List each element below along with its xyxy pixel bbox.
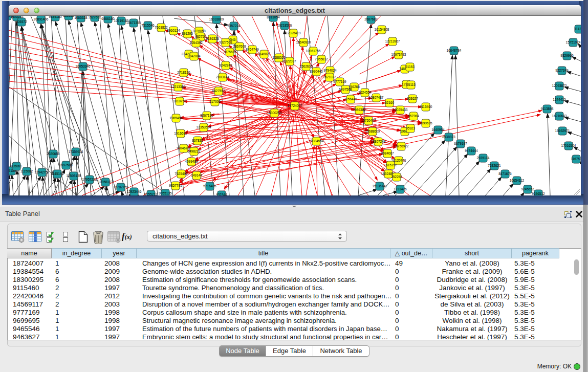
svg-text:6466160: 6466160 (101, 17, 115, 20)
svg-text:1615152: 1615152 (384, 163, 397, 167)
svg-text:1640954: 1640954 (431, 128, 445, 132)
svg-text:953627: 953627 (407, 97, 418, 100)
svg-text:1010755: 1010755 (173, 99, 186, 103)
svg-text:2156446: 2156446 (344, 97, 357, 101)
svg-text:8267130: 8267130 (200, 114, 213, 117)
svg-text:3997586: 3997586 (59, 163, 73, 167)
svg-text:17016504: 17016504 (561, 144, 576, 147)
svg-text:2867608: 2867608 (233, 45, 246, 48)
svg-text:8454749: 8454749 (246, 48, 259, 51)
svg-text:18807249: 18807249 (371, 140, 386, 143)
svg-text:1065328: 1065328 (74, 16, 88, 19)
svg-text:8427552: 8427552 (212, 89, 225, 93)
svg-text:9055135: 9055135 (159, 191, 172, 195)
svg-text:5716485: 5716485 (203, 184, 216, 188)
svg-text:9334160: 9334160 (49, 16, 62, 18)
svg-text:10958107: 10958107 (98, 180, 113, 184)
svg-text:9155212: 9155212 (144, 192, 158, 195)
svg-text:15640910: 15640910 (296, 40, 311, 44)
svg-text:17359924: 17359924 (69, 150, 83, 154)
svg-text:9146821: 9146821 (257, 52, 271, 56)
svg-text:8322037: 8322037 (283, 59, 296, 63)
svg-text:10025433: 10025433 (393, 108, 408, 112)
svg-text:8186328: 8186328 (206, 37, 219, 40)
svg-text:7986382: 7986382 (353, 108, 366, 112)
svg-text:12942757: 12942757 (35, 170, 50, 174)
svg-text:9113898: 9113898 (541, 107, 554, 111)
svg-text:10688609: 10688609 (365, 129, 380, 133)
svg-text:2242004: 2242004 (187, 54, 201, 58)
svg-text:935061: 935061 (11, 164, 22, 168)
svg-text:3624554: 3624554 (358, 91, 372, 94)
svg-text:12325419: 12325419 (286, 31, 301, 35)
svg-text:9474444: 9474444 (465, 149, 478, 152)
svg-text:12505135: 12505135 (67, 174, 81, 178)
svg-text:9115460: 9115460 (420, 105, 432, 108)
svg-text:8471676: 8471676 (498, 172, 512, 176)
svg-text:8990443: 8990443 (310, 70, 323, 73)
svg-text:15751074: 15751074 (566, 40, 581, 44)
svg-text:932344: 932344 (216, 193, 227, 195)
svg-text:10654112: 10654112 (510, 179, 525, 182)
svg-text:2718126: 2718126 (177, 71, 190, 74)
svg-text:252254: 252254 (391, 175, 402, 179)
svg-text:1115682: 1115682 (20, 169, 33, 173)
svg-text:16648784: 16648784 (447, 49, 462, 52)
svg-text:8813054: 8813054 (267, 16, 280, 19)
svg-text:9227349: 9227349 (555, 69, 569, 72)
svg-text:2687682: 2687682 (364, 17, 378, 21)
svg-text:7625402: 7625402 (175, 172, 188, 176)
svg-text:12093872: 12093872 (552, 84, 567, 87)
svg-text:6497568: 6497568 (339, 87, 352, 91)
svg-text:957964: 957964 (408, 114, 419, 118)
svg-text:2803144: 2803144 (216, 75, 229, 79)
svg-text:18724007: 18724007 (288, 104, 302, 107)
svg-text:1562615: 1562615 (299, 64, 313, 68)
svg-text:867835: 867835 (192, 139, 203, 142)
svg-text:10756922: 10756922 (394, 144, 409, 148)
svg-text:3226058: 3226058 (192, 29, 206, 33)
svg-text:95923: 95923 (406, 126, 415, 130)
svg-text:17957223: 17957223 (82, 178, 97, 181)
svg-text:9084067: 9084067 (381, 151, 394, 155)
svg-text:7515546: 7515546 (141, 24, 155, 27)
svg-text:1145194: 1145194 (51, 172, 64, 176)
svg-text:2935114: 2935114 (477, 156, 490, 160)
svg-text:116753: 116753 (571, 157, 581, 161)
svg-text:149144: 149144 (191, 173, 202, 177)
svg-text:7357224: 7357224 (227, 24, 241, 28)
svg-text:7632621: 7632621 (488, 164, 501, 167)
svg-text:2020655: 2020655 (47, 152, 60, 156)
svg-text:12213967: 12213967 (385, 39, 400, 43)
svg-text:405572: 405572 (16, 20, 27, 24)
svg-text:10973493: 10973493 (391, 53, 406, 56)
svg-text:1621072: 1621072 (323, 75, 336, 79)
svg-text:12213369: 12213369 (171, 85, 186, 89)
svg-text:16210643: 16210643 (552, 114, 567, 118)
svg-text:9329966: 9329966 (560, 54, 574, 57)
svg-text:18300295: 18300295 (267, 111, 282, 115)
svg-text:1965494: 1965494 (169, 116, 183, 120)
svg-text:4099489: 4099489 (185, 160, 198, 163)
svg-text:3498222: 3498222 (187, 149, 201, 153)
svg-text:8938923: 8938923 (442, 135, 455, 139)
svg-text:15692971: 15692971 (555, 129, 570, 133)
svg-text:8960124: 8960124 (167, 29, 180, 32)
svg-text:10961755: 10961755 (306, 49, 321, 53)
svg-text:9246512: 9246512 (532, 192, 545, 195)
svg-text:9327508: 9327508 (219, 40, 232, 44)
svg-text:62160: 62160 (385, 101, 394, 104)
svg-text:11124: 11124 (574, 27, 581, 31)
svg-text:20053346: 20053346 (76, 64, 91, 68)
svg-text:9899695: 9899695 (419, 121, 432, 125)
svg-text:1733426: 1733426 (394, 187, 407, 191)
svg-text:20891406: 20891406 (34, 17, 49, 21)
svg-text:6679197: 6679197 (454, 142, 467, 145)
svg-text:19218506: 19218506 (277, 24, 292, 27)
svg-text:19384554: 19384554 (309, 139, 324, 143)
svg-text:9857791: 9857791 (169, 184, 182, 187)
svg-text:15136141: 15136141 (373, 184, 387, 188)
svg-text:16782759: 16782759 (114, 185, 128, 189)
svg-text:891295: 891295 (182, 32, 193, 35)
svg-text:1244415: 1244415 (553, 98, 566, 101)
